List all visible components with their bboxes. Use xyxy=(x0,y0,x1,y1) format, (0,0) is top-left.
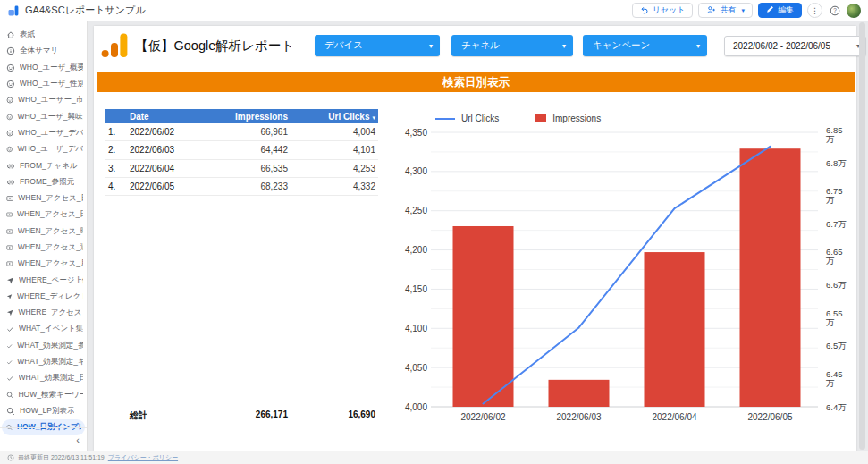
sidebar-item[interactable]: WHEN_アクセス_日別 xyxy=(0,190,87,207)
date-range-picker[interactable]: 2022/06/02 - 2022/06/05 ▾ xyxy=(724,36,866,56)
sidebar-item-label: WHAT_イベント集計 xyxy=(19,324,83,334)
sidebar-item-label: WHEN_アクセス_週推移 xyxy=(18,242,83,253)
table-row[interactable]: 1.2022/06/0266,9614,004 xyxy=(105,123,378,141)
sort-desc-icon: ▾ xyxy=(372,114,375,121)
table-header-row: DateImpressionsUrl Clicks▾ xyxy=(105,109,378,123)
reset-button[interactable]: リセット xyxy=(632,3,694,18)
legend-line-swatch xyxy=(435,118,455,120)
sidebar-item[interactable]: WHO_ユーザ_デバイス xyxy=(0,125,87,141)
sidebar-item-label: WHAT_効果測定_参照元別 xyxy=(17,341,83,351)
cell-date: 2022/06/04 xyxy=(127,164,204,173)
sidebar-item[interactable]: WHO_ユーザ_興味カテ… xyxy=(0,108,87,124)
filter-device-dropdown[interactable]: デバイス ▾ xyxy=(315,35,440,56)
table-row[interactable]: 2.2022/06/0364,4424,101 xyxy=(105,141,378,159)
sidebar-item[interactable]: WHAT_効果測定_キャン… xyxy=(0,354,87,370)
sidebar-item[interactable]: WHERE_アクセス_LP xyxy=(0,305,87,321)
chevron-down-icon: ▾ xyxy=(555,42,566,50)
sidebar-item[interactable]: HOW_検索キーワード xyxy=(0,387,87,403)
sidebar-item-label: WHO_ユーザ_性別 xyxy=(20,79,83,89)
top-toolbar: GA4&SCレポートサンプル リセット 共有 ▾ 編集 ⋮ ? xyxy=(0,0,868,21)
video-icon xyxy=(6,243,13,252)
status-footer: 最終更新日 2022/6/13 11:51:19 プライバシー・ポリシー xyxy=(0,451,868,464)
check-icon xyxy=(6,342,13,350)
x-axis-category-label: 2022/06/02 xyxy=(460,412,505,422)
looker-studio-logo-icon[interactable] xyxy=(8,5,19,16)
sidebar-item-label: WHO_ユーザー_市町村 xyxy=(18,95,83,105)
search-icon xyxy=(6,391,13,400)
table-total-row: 総計 266,171 16,690 xyxy=(105,409,378,422)
report-page-title: 【仮】Google解析レポート xyxy=(135,38,294,55)
sidebar-item[interactable]: WHEN_アクセス_日別累積 xyxy=(0,207,87,223)
page-navigation-sidebar: 表紙全体サマリWHO_ユーザ_概要WHO_ユーザ_性別WHO_ユーザー_市町村W… xyxy=(0,21,88,451)
sidebar-item[interactable]: WHERE_ディレクトリ上位 xyxy=(0,289,87,305)
left-axis-tick-label: 4,350 xyxy=(405,128,427,138)
sidebar-item[interactable]: 表紙 xyxy=(0,27,87,43)
link-icon xyxy=(6,178,15,187)
edit-button[interactable]: 編集 xyxy=(758,3,802,18)
share-button[interactable]: 共有 ▾ xyxy=(698,3,753,18)
sidebar-item[interactable]: FROME_参照元 xyxy=(0,174,87,190)
cell-impressions: 68,233 xyxy=(204,181,291,191)
cell-date: 2022/06/03 xyxy=(127,145,204,155)
right-axis-tick-label: 6.4万 xyxy=(826,402,847,412)
x-axis-category-label: 2022/06/04 xyxy=(652,412,696,422)
row-index: 1. xyxy=(105,127,127,137)
total-label: 総計 xyxy=(127,409,204,422)
sidebar-item[interactable]: WHO_ユーザー_市町村 xyxy=(0,92,87,108)
right-axis-tick-label: 6.8万 xyxy=(826,158,847,168)
plane-icon xyxy=(6,308,13,317)
right-axis-tick-label: 6.65万 xyxy=(826,247,843,266)
sidebar-item[interactable]: WHO_ユーザ_デバイス… xyxy=(0,141,87,157)
face-icon xyxy=(6,96,13,105)
row-index: 2. xyxy=(105,145,127,155)
face-icon xyxy=(6,113,13,122)
legend-bar-swatch xyxy=(535,114,546,122)
table-column-header[interactable]: Url Clicks▾ xyxy=(291,112,378,122)
sidebar-item[interactable]: WHO_ユーザ_性別 xyxy=(0,76,87,92)
total-impressions: 266,171 xyxy=(204,409,291,422)
sidebar-item[interactable]: WHEN_アクセス_週推移 xyxy=(0,240,87,256)
impressions-bar xyxy=(549,380,610,407)
x-axis-category-label: 2022/06/03 xyxy=(556,412,601,422)
sidebar-item[interactable]: WHERE_ページ上位 xyxy=(0,272,87,288)
user-avatar[interactable] xyxy=(847,4,861,18)
vertical-scrollbar[interactable] xyxy=(859,22,865,450)
video-icon xyxy=(6,227,13,236)
sidebar-item[interactable]: WHEN_アクセス_月推移 xyxy=(0,256,87,272)
table-column-header[interactable]: Date xyxy=(127,112,204,122)
last-updated-text: 最終更新日 2022/6/13 11:51:19 xyxy=(18,453,105,462)
section-banner: 検索日別表示 xyxy=(97,72,855,92)
table-row[interactable]: 4.2022/06/0568,2334,332 xyxy=(105,178,378,196)
sidebar-item[interactable]: WHO_ユーザ_概要 xyxy=(0,60,87,76)
sidebar-item[interactable]: WHAT_イベント集計 xyxy=(0,321,87,337)
report-file-title[interactable]: GA4&SCレポートサンプル xyxy=(25,4,145,17)
sidebar-divider xyxy=(0,427,87,428)
help-icon[interactable]: ? xyxy=(828,4,841,17)
table-column-header[interactable]: Impressions xyxy=(204,112,291,122)
chevron-down-icon: ▾ xyxy=(689,42,700,50)
right-axis-tick-label: 6.55万 xyxy=(826,308,843,327)
sidebar-item-label: 全体サマリ xyxy=(20,46,58,56)
right-axis-tick-label: 6.45万 xyxy=(826,369,843,388)
more-options-kebab-icon[interactable]: ⋮ xyxy=(807,3,822,18)
cell-url-clicks: 4,253 xyxy=(291,164,378,173)
filter-campaign-dropdown[interactable]: キャンペーン ▾ xyxy=(583,35,707,56)
sidebar-item[interactable]: 全体サマリ xyxy=(0,43,87,59)
privacy-policy-link[interactable]: プライバシー・ポリシー xyxy=(108,453,178,462)
sidebar-item[interactable]: WHAT_効果測定_日別 xyxy=(0,370,87,386)
impressions-bar xyxy=(740,148,801,407)
sidebar-item[interactable]: HOW_LP別表示 xyxy=(0,403,87,419)
sidebar-item[interactable]: WHAT_効果測定_参照元別 xyxy=(0,338,87,354)
share-dropdown-caret-icon[interactable]: ▾ xyxy=(741,7,745,14)
sidebar-item[interactable]: FROM_チャネル xyxy=(0,157,87,173)
sidebar-item-label: WHAT_効果測定_日別 xyxy=(19,373,83,384)
filter-channel-dropdown[interactable]: チャネル ▾ xyxy=(451,35,573,56)
right-axis-tick-label: 6.6万 xyxy=(826,280,847,290)
table-row[interactable]: 3.2022/06/0466,5354,253 xyxy=(105,160,378,178)
impressions-clicks-combo-chart[interactable]: 4,0004,0504,1004,1504,2004,2504,3004,350… xyxy=(398,124,854,437)
sidebar-item-label: WHO_ユーザ_デバイス… xyxy=(17,144,83,155)
sidebar-item-label: WHERE_ディレクトリ上位 xyxy=(17,291,83,302)
collapse-sidebar-icon[interactable]: ‹ xyxy=(76,435,80,445)
sidebar-item[interactable]: WHEN_アクセス_曜日別 xyxy=(0,224,87,240)
cell-impressions: 66,961 xyxy=(204,127,291,137)
